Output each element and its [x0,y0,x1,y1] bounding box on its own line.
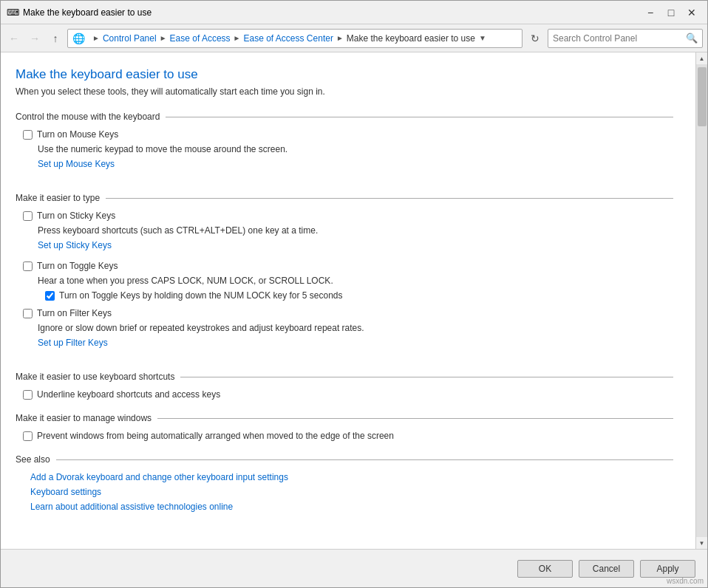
underline-label[interactable]: Underline keyboard shortcuts and access … [37,389,220,400]
prevent-arrange-checkbox[interactable] [23,431,33,441]
breadcrumb-sep-1: ► [160,34,167,42]
breadcrumb-control-panel[interactable]: Control Panel [103,33,157,44]
sticky-keys-label[interactable]: Turn on Sticky Keys [37,211,115,221]
breadcrumb-sep-2: ► [234,34,241,42]
sticky-keys-description: Press keyboard shortcuts (such as CTRL+A… [38,225,673,236]
apply-button[interactable]: Apply [640,560,695,578]
sticky-keys-checkbox[interactable] [23,211,33,221]
footer: OK Cancel Apply [1,549,707,587]
forward-button[interactable]: → [26,30,44,47]
cancel-button[interactable]: Cancel [579,560,634,578]
mouse-keys-row: Turn on Mouse Keys [23,129,673,140]
breadcrumb-sep-3: ► [336,34,344,42]
content-area: Make the keyboard easier to use When you… [1,52,695,549]
scrollbar: ▲ ▼ [695,52,707,549]
setup-sticky-keys-link[interactable]: Set up Sticky Keys [38,240,112,250]
section-content-mouse-keys: Turn on Mouse Keys Use the numeric keypa… [16,129,673,180]
section-keyboard-shortcuts: Make it easier to use keyboard shortcuts… [16,372,673,400]
toggle-keys-sub-row: Turn on Toggle Keys by holding down the … [45,290,673,301]
section-mouse-keys: Control the mouse with the keyboard Turn… [16,112,673,180]
up-button[interactable]: ↑ [47,30,64,47]
dvorak-link[interactable]: Add a Dvorak keyboard and change other k… [30,472,673,482]
mouse-keys-description: Use the numeric keypad to move the mouse… [38,144,673,154]
window-title: Make the keyboard easier to use [23,7,641,18]
assistive-tech-link[interactable]: Learn about additional assistive technol… [30,502,673,512]
filter-keys-checkbox[interactable] [23,309,33,318]
toggle-keys-description: Hear a tone when you press CAPS LOCK, NU… [38,276,673,286]
scroll-thumb[interactable] [698,67,707,126]
search-input[interactable] [553,33,686,44]
setup-mouse-keys-link[interactable]: Set up Mouse Keys [38,159,115,169]
search-bar: 🔍 [548,29,703,48]
keyboard-settings-link[interactable]: Keyboard settings [30,487,673,497]
back-button[interactable]: ← [5,30,23,47]
toggle-keys-sub-checkbox[interactable] [45,291,55,301]
main-area: Make the keyboard easier to use When you… [1,52,707,549]
title-bar: ⌨ Make the keyboard easier to use − □ ✕ [1,1,707,24]
address-bar: ← → ↑ 🌐 ► Control Panel ► Ease of Access… [1,24,707,52]
underline-checkbox[interactable] [23,390,33,400]
section-header-see-also: See also [16,454,673,465]
scroll-up-button[interactable]: ▲ [696,52,708,64]
filter-keys-description: Ignore or slow down brief or repeated ke… [38,323,673,333]
filter-keys-label[interactable]: Turn on Filter Keys [37,308,112,318]
section-header-manage-windows: Make it easier to manage windows [16,413,673,423]
ok-button[interactable]: OK [517,560,573,578]
breadcrumb-sep-0: ► [92,34,100,42]
toggle-keys-label[interactable]: Turn on Toggle Keys [37,261,118,271]
breadcrumb-ease-of-access-center[interactable]: Ease of Access Center [243,33,333,44]
page-subtitle: When you select these tools, they will a… [16,86,673,97]
breadcrumb-ease-of-access[interactable]: Ease of Access [170,33,231,44]
search-icon: 🔍 [686,33,698,44]
window-icon: ⌨ [7,7,18,18]
toggle-keys-row: Turn on Toggle Keys [23,261,673,271]
toggle-keys-sub-label[interactable]: Turn on Toggle Keys by holding down the … [59,290,343,301]
refresh-button[interactable]: ↻ [525,29,545,48]
section-easier-type: Make it easier to type Turn on Sticky Ke… [16,193,673,358]
window-controls: − □ ✕ [641,4,701,21]
section-content-manage-windows: Prevent windows from being automatically… [16,431,673,441]
breadcrumb-dropdown-button[interactable]: ▼ [475,29,490,48]
section-content-keyboard-shortcuts: Underline keyboard shortcuts and access … [16,389,673,400]
minimize-button[interactable]: − [641,4,660,21]
maximize-button[interactable]: □ [661,4,681,21]
main-window: ⌨ Make the keyboard easier to use − □ ✕ … [0,0,708,588]
section-manage-windows: Make it easier to manage windows Prevent… [16,413,673,441]
close-button[interactable]: ✕ [682,4,701,21]
breadcrumb-bar: 🌐 ► Control Panel ► Ease of Access ► Eas… [67,29,523,48]
underline-row: Underline keyboard shortcuts and access … [23,389,673,400]
section-header-mouse-keys: Control the mouse with the keyboard [16,112,673,122]
scroll-track[interactable] [696,64,707,537]
globe-icon: 🌐 [72,33,85,44]
mouse-keys-label[interactable]: Turn on Mouse Keys [37,129,118,140]
breadcrumb-current: Make the keyboard easier to use [347,33,475,44]
scroll-down-button[interactable]: ▼ [696,537,708,549]
section-header-easier-type: Make it easier to type [16,193,673,203]
section-header-keyboard-shortcuts: Make it easier to use keyboard shortcuts [16,372,673,382]
section-content-see-also: Add a Dvorak keyboard and change other k… [16,472,673,512]
prevent-arrange-row: Prevent windows from being automatically… [23,431,673,441]
toggle-keys-checkbox[interactable] [23,261,33,271]
section-see-also: See also Add a Dvorak keyboard and chang… [16,454,673,512]
page-title: Make the keyboard easier to use [16,67,673,82]
section-content-easier-type: Turn on Sticky Keys Press keyboard short… [16,211,673,358]
setup-filter-keys-link[interactable]: Set up Filter Keys [38,338,108,348]
sticky-keys-row: Turn on Sticky Keys [23,211,673,221]
prevent-arrange-label[interactable]: Prevent windows from being automatically… [37,431,394,441]
filter-keys-row: Turn on Filter Keys [23,308,673,318]
mouse-keys-checkbox[interactable] [23,130,33,140]
